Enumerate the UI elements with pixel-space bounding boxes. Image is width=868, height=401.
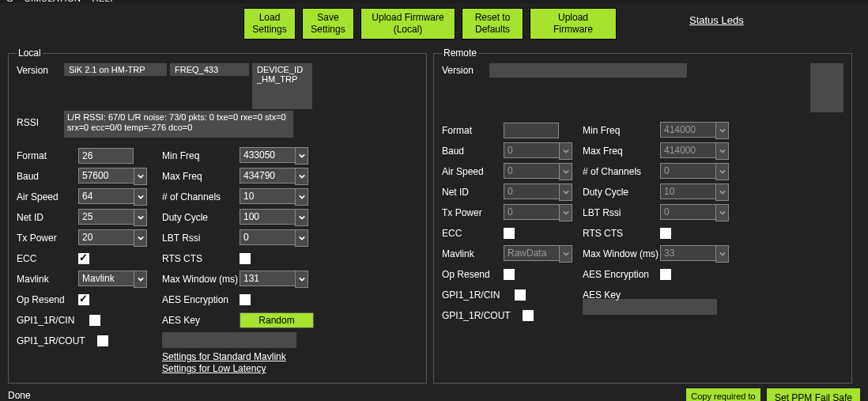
remote-gcout-checkbox[interactable] xyxy=(523,310,534,321)
remote-format-input[interactable] xyxy=(504,123,559,138)
status-leds-link[interactable]: Status Leds xyxy=(689,14,744,26)
chevron-down-icon[interactable] xyxy=(295,168,308,185)
r-air-label: Air Speed xyxy=(442,166,504,177)
status-text: Done xyxy=(8,388,31,401)
remote-maxf-select[interactable] xyxy=(660,142,715,158)
chevron-down-icon[interactable] xyxy=(559,183,572,201)
upload-firmware-button[interactable]: Upload Firmware xyxy=(530,8,617,40)
r-minf-label: Min Freq xyxy=(583,125,660,136)
save-settings-button[interactable]: Save Settings xyxy=(302,8,354,40)
standard-mavlink-link[interactable]: Settings for Standard Mavlink xyxy=(162,351,415,363)
local-baud-select[interactable] xyxy=(78,168,134,183)
remote-rts-checkbox[interactable] xyxy=(660,228,671,239)
r-net-label: Net ID xyxy=(442,187,504,198)
menu-help[interactable]: HELP xyxy=(92,0,116,3)
random-button[interactable]: Random xyxy=(240,312,314,328)
remote-air-select[interactable] xyxy=(504,163,559,179)
chevron-down-icon[interactable] xyxy=(295,209,308,226)
local-aeskey-input[interactable] xyxy=(162,332,296,348)
r-mavlink-label: Mavlink xyxy=(442,248,504,259)
local-rts-checkbox[interactable] xyxy=(240,253,251,264)
copy-to-remote-button[interactable]: Copy required to remote xyxy=(686,388,760,401)
chevron-down-icon[interactable] xyxy=(715,122,729,139)
baud-label: Baud xyxy=(17,171,78,182)
local-mavlink-select[interactable] xyxy=(78,270,134,286)
remote-op-checkbox[interactable] xyxy=(504,269,515,280)
menu-g[interactable]: G xyxy=(6,0,13,3)
local-maxw-select[interactable] xyxy=(240,270,295,286)
local-opresend-checkbox[interactable] xyxy=(78,294,89,305)
local-legend: Local xyxy=(17,47,43,59)
chevron-down-icon[interactable] xyxy=(295,188,308,206)
chevron-down-icon[interactable] xyxy=(134,229,147,247)
gpi-cin-label: GPI1_1R/CIN xyxy=(17,315,89,326)
remote-minf-select[interactable] xyxy=(660,122,715,138)
chevron-down-icon[interactable] xyxy=(715,163,729,180)
chevron-down-icon[interactable] xyxy=(295,147,308,165)
local-gpi-cout-checkbox[interactable] xyxy=(97,335,108,346)
chevron-down-icon[interactable] xyxy=(559,245,572,263)
local-maxfreq-select[interactable] xyxy=(240,168,295,183)
local-minfreq-select[interactable] xyxy=(240,147,295,163)
remote-aesenc-checkbox[interactable] xyxy=(660,269,671,280)
remote-noc-select[interactable] xyxy=(660,163,715,179)
chevron-down-icon[interactable] xyxy=(134,270,147,288)
remote-tx-select[interactable] xyxy=(504,204,559,220)
local-netid-select[interactable] xyxy=(78,209,134,225)
remote-gcin-checkbox[interactable] xyxy=(515,289,526,301)
load-settings-button[interactable]: Load Settings xyxy=(243,8,296,40)
rts-label: RTS CTS xyxy=(162,253,240,264)
r-aesenc-label: AES Encryption xyxy=(583,269,660,280)
local-aesenc-checkbox[interactable] xyxy=(240,294,251,305)
chevron-down-icon[interactable] xyxy=(559,142,572,160)
local-freq: FREQ_433 xyxy=(170,63,249,76)
local-lbt-select[interactable] xyxy=(240,229,295,245)
remote-aeskey-input[interactable] xyxy=(583,299,717,315)
local-noc-select[interactable] xyxy=(240,188,295,204)
remote-baud-select[interactable] xyxy=(504,142,559,158)
version-label: Version xyxy=(17,63,64,76)
upload-firmware-local-button[interactable]: Upload Firmware (Local) xyxy=(360,8,455,40)
local-ecc-checkbox[interactable] xyxy=(78,253,89,264)
chevron-down-icon[interactable] xyxy=(715,183,729,201)
r-noc-label: # of Channels xyxy=(583,166,660,177)
r-op-label: Op Resend xyxy=(442,269,504,280)
r-aeskey-label: AES Key xyxy=(583,289,660,301)
local-duty-select[interactable] xyxy=(240,209,295,225)
local-format-input[interactable] xyxy=(78,148,134,164)
remote-lbt-select[interactable] xyxy=(660,204,715,220)
remote-net-select[interactable] xyxy=(504,183,559,199)
local-device-id: DEVICE_ID _HM_TRP xyxy=(252,63,312,109)
low-latency-link[interactable]: Settings for Low Latency xyxy=(162,363,415,375)
r-baud-label: Baud xyxy=(442,146,504,157)
chevron-down-icon[interactable] xyxy=(295,229,308,247)
r-gcin-label: GPI1_1R/CIN xyxy=(442,289,515,301)
chevron-down-icon[interactable] xyxy=(559,204,572,221)
chevron-down-icon[interactable] xyxy=(715,245,729,263)
local-gpi-cin-checkbox[interactable] xyxy=(89,315,100,326)
duty-label: Duty Cycle xyxy=(162,212,240,223)
local-panel: Local Version SiK 2.1 on HM-TRP FREQ_433… xyxy=(8,47,427,384)
remote-duty-select[interactable] xyxy=(660,183,715,199)
remote-version-label: Version xyxy=(442,63,489,76)
chevron-down-icon[interactable] xyxy=(134,188,147,206)
set-ppm-failsafe-button[interactable]: Set PPM Fail Safe xyxy=(767,388,860,401)
menu-sim[interactable]: SIMULATION xyxy=(25,0,81,3)
remote-legend: Remote xyxy=(442,47,478,59)
chevron-down-icon[interactable] xyxy=(134,209,147,226)
rssi-label: RSSI xyxy=(17,111,64,128)
local-airspeed-select[interactable] xyxy=(78,188,134,204)
r-maxw-label: Max Window (ms) xyxy=(583,248,660,259)
local-txpower-select[interactable] xyxy=(78,229,134,245)
remote-maxw-select[interactable] xyxy=(660,245,715,261)
chevron-down-icon[interactable] xyxy=(715,204,729,221)
chevron-down-icon[interactable] xyxy=(559,163,572,180)
chevron-down-icon[interactable] xyxy=(295,270,308,288)
remote-ecc-checkbox[interactable] xyxy=(504,228,515,239)
chevron-down-icon[interactable] xyxy=(715,142,729,160)
reset-defaults-button[interactable]: Reset to Defaults xyxy=(462,8,523,40)
local-rssi: L/R RSSI: 67/0 L/R noise: 73/0 pkts: 0 t… xyxy=(64,111,293,138)
r-gcout-label: GPI1_1R/COUT xyxy=(442,310,523,321)
remote-mavlink-select[interactable] xyxy=(504,245,559,261)
chevron-down-icon[interactable] xyxy=(134,168,147,185)
